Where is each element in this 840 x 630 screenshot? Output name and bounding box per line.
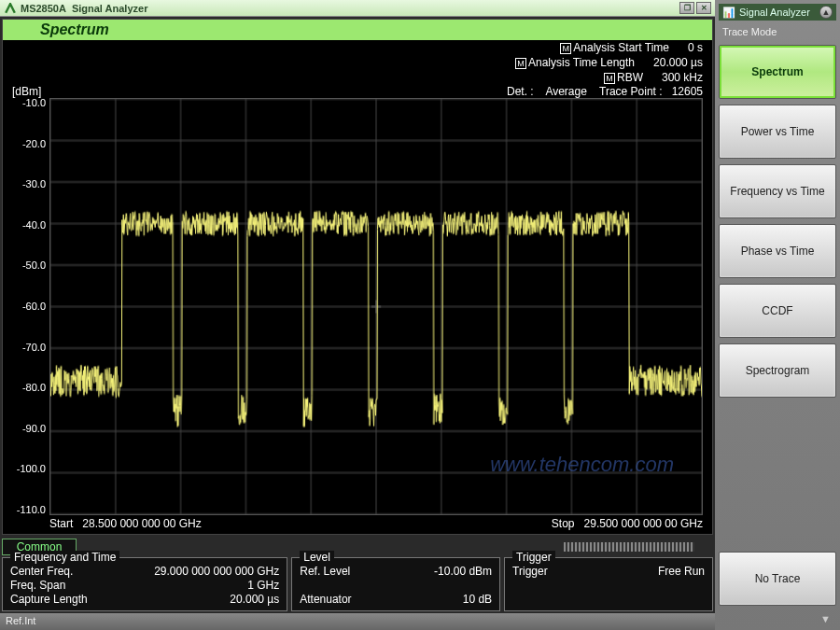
- status-bar: Ref.Int: [0, 613, 715, 630]
- capture-length-value: 20.000 µs: [230, 593, 279, 606]
- ref-level-value: -10.00 dBm: [434, 565, 492, 578]
- freq-span-value: 1 GHz: [247, 579, 279, 592]
- title-bar: MS2850A Signal Analyzer ❐ ✕: [0, 0, 715, 17]
- brand-mark-icon: [4, 2, 17, 15]
- det-trace-point: Det. : Average Trace Point : 12605: [507, 85, 703, 98]
- sidebar-btn-spectrogram[interactable]: Spectrogram: [719, 343, 836, 398]
- sidebar-subtitle: Trace Mode: [719, 26, 836, 39]
- attenuator-value: 10 dB: [463, 593, 492, 606]
- watermark: www.tehencom.com: [490, 453, 674, 477]
- rbw: MRBW300 kHz: [604, 71, 703, 84]
- panel-level: Level Ref. Level-10.00 dBm Attenuator10 …: [291, 557, 500, 611]
- panel-frequency-time: Frequency and Time Center Freq.29.000 00…: [2, 557, 287, 611]
- trigger-value: Free Run: [658, 565, 705, 578]
- window-restore-button[interactable]: ❐: [679, 2, 694, 14]
- trace-area: Spectrum MAnalysis Start Time0 s MAnalys…: [2, 19, 713, 535]
- spectrum-plot[interactable]: www.tehencom.com: [49, 98, 703, 515]
- center-freq-value: 29.000 000 000 000 GHz: [154, 565, 279, 578]
- x-stop: Stop 29.500 000 000 00 GHz: [552, 517, 703, 530]
- window-close-button[interactable]: ✕: [696, 2, 711, 14]
- sidebar-down-icon[interactable]: ▼: [719, 611, 836, 626]
- analysis-start-time: MAnalysis Start Time0 s: [560, 41, 703, 54]
- sidebar-title: 📊 Signal Analyzer ▲: [719, 4, 836, 21]
- panel-trigger: Trigger TriggerFree Run: [504, 557, 713, 611]
- analysis-time-length: MAnalysis Time Length20.000 µs: [515, 56, 703, 69]
- panel-grip[interactable]: [564, 542, 694, 552]
- sidebar-btn-no-trace[interactable]: No Trace: [719, 552, 836, 606]
- sidebar: 📊 Signal Analyzer ▲ Trace Mode SpectrumP…: [715, 0, 840, 630]
- model-label: MS2850A: [21, 3, 66, 14]
- app-title: Signal Analyzer: [72, 3, 679, 14]
- y-unit-label: [dBm]: [12, 85, 41, 98]
- sidebar-btn-power-vs-time[interactable]: Power vs Time: [719, 105, 836, 159]
- sidebar-btn-phase-vs-time[interactable]: Phase vs Time: [719, 224, 836, 278]
- x-start: Start 28.500 000 000 00 GHz: [49, 517, 202, 530]
- sidebar-app-icon: 📊: [722, 7, 735, 19]
- sidebar-btn-frequency-vs-time[interactable]: Frequency vs Time: [719, 164, 836, 218]
- y-axis-labels: -10.0-20.0-30.0-40.0-50.0-60.0-70.0-80.0…: [3, 98, 49, 515]
- sidebar-up-icon[interactable]: ▲: [819, 6, 833, 19]
- panel-title: Spectrum: [3, 20, 712, 40]
- sidebar-btn-ccdf[interactable]: CCDF: [719, 284, 836, 338]
- ref-status: Ref.Int: [6, 615, 35, 626]
- sidebar-btn-spectrum[interactable]: Spectrum: [719, 45, 836, 99]
